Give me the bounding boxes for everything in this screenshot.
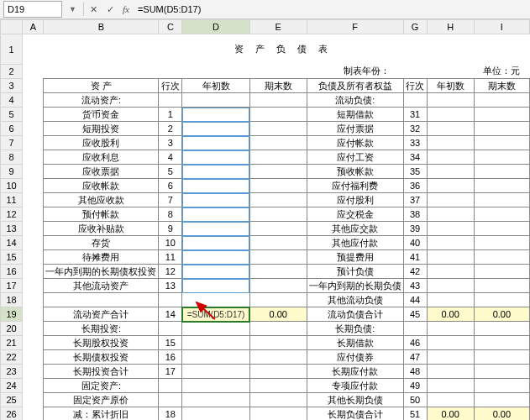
cell-B25[interactable]: 固定资产原价 <box>44 393 159 407</box>
cell-I20[interactable] <box>474 322 529 336</box>
cell-D12[interactable] <box>182 207 250 222</box>
cancel-formula-icon[interactable]: ✕ <box>87 4 101 15</box>
cell-D17[interactable] <box>182 279 250 293</box>
cell-B23[interactable]: 长期投资合计 <box>44 365 159 379</box>
col-G[interactable]: G <box>403 20 427 34</box>
cell-C14[interactable]: 10 <box>159 236 182 250</box>
cell-F13[interactable]: 其他应交款 <box>307 222 403 236</box>
cell-I23[interactable] <box>474 365 529 379</box>
cell-C4[interactable] <box>159 93 182 108</box>
row-25[interactable]: 25 <box>1 393 23 407</box>
cell-F10[interactable]: 应付福利费 <box>307 179 403 193</box>
name-box[interactable]: D19 <box>3 1 62 18</box>
cell-I7[interactable] <box>474 136 529 150</box>
col-B[interactable]: B <box>44 20 159 34</box>
row-5[interactable]: 5 <box>1 108 23 122</box>
row-2[interactable]: 2 <box>1 65 23 79</box>
cell-I21[interactable] <box>474 336 529 350</box>
cell-I16[interactable] <box>474 265 529 279</box>
cell-I24[interactable] <box>474 379 529 393</box>
cell-H14[interactable] <box>427 236 474 250</box>
cell-G8[interactable]: 34 <box>403 150 427 165</box>
cell-H8[interactable] <box>427 150 474 165</box>
cell-F11[interactable]: 应付股利 <box>307 193 403 207</box>
cell-G23[interactable]: 48 <box>403 365 427 379</box>
cell-C11[interactable]: 7 <box>159 193 182 207</box>
cell-F9[interactable]: 预收帐款 <box>307 165 403 179</box>
cell-F12[interactable]: 应交税金 <box>307 207 403 222</box>
formula-input[interactable] <box>134 3 530 15</box>
fx-icon[interactable]: fx <box>121 4 131 14</box>
cell-G13[interactable]: 39 <box>403 222 427 236</box>
cell-D7[interactable] <box>182 136 250 150</box>
cell-E6[interactable] <box>249 122 307 136</box>
cell-H26[interactable]: 0.00 <box>427 407 474 421</box>
cell-G18[interactable]: 44 <box>403 293 427 307</box>
cell-B10[interactable]: 应收帐款 <box>44 179 159 193</box>
cell-D26[interactable] <box>182 407 250 421</box>
cell-I9[interactable] <box>474 165 529 179</box>
row-11[interactable]: 11 <box>1 193 23 207</box>
cell-G21[interactable]: 46 <box>403 336 427 350</box>
cell-B14[interactable]: 存货 <box>44 236 159 250</box>
cell-E7[interactable] <box>249 136 307 150</box>
cell-I25[interactable] <box>474 393 529 407</box>
cell-F24[interactable]: 专项应付款 <box>307 379 403 393</box>
cell-B13[interactable]: 应收补贴款 <box>44 222 159 236</box>
cell-B8[interactable]: 应收利息 <box>44 150 159 165</box>
cell-G24[interactable]: 49 <box>403 379 427 393</box>
cell-B22[interactable]: 长期债权投资 <box>44 350 159 365</box>
cell-H16[interactable] <box>427 265 474 279</box>
cell-C5[interactable]: 1 <box>159 108 182 122</box>
cell-F18[interactable]: 其他流动负债 <box>307 293 403 307</box>
cell-H23[interactable] <box>427 365 474 379</box>
name-box-dropdown-icon[interactable]: ▼ <box>66 5 80 13</box>
cell-I8[interactable] <box>474 150 529 165</box>
cell-H4[interactable] <box>427 93 474 108</box>
row-21[interactable]: 21 <box>1 336 23 350</box>
cell-H7[interactable] <box>427 136 474 150</box>
cell-E14[interactable] <box>249 236 307 250</box>
cell-G25[interactable]: 50 <box>403 393 427 407</box>
cell-F15[interactable]: 预提费用 <box>307 250 403 265</box>
cell-I18[interactable] <box>474 293 529 307</box>
cell-I17[interactable] <box>474 279 529 293</box>
cell-G5[interactable]: 31 <box>403 108 427 122</box>
cell-G17[interactable]: 43 <box>403 279 427 293</box>
cell-C16[interactable]: 12 <box>159 265 182 279</box>
cell-H24[interactable] <box>427 379 474 393</box>
row-8[interactable]: 8 <box>1 150 23 165</box>
cell-C26[interactable]: 18 <box>159 407 182 421</box>
cell-C9[interactable]: 5 <box>159 165 182 179</box>
cell-H20[interactable] <box>427 322 474 336</box>
cell-B16[interactable]: 一年内到期的长期债权投资 <box>44 265 159 279</box>
cell-G6[interactable]: 32 <box>403 122 427 136</box>
row-7[interactable]: 7 <box>1 136 23 150</box>
cell-I13[interactable] <box>474 222 529 236</box>
cell-I10[interactable] <box>474 179 529 193</box>
row-4[interactable]: 4 <box>1 93 23 108</box>
cell-F19[interactable]: 流动负债合计 <box>307 307 403 322</box>
cell-E16[interactable] <box>249 265 307 279</box>
cell-F20[interactable]: 长期负债: <box>307 322 403 336</box>
row-6[interactable]: 6 <box>1 122 23 136</box>
cell-B4[interactable]: 流动资产: <box>44 93 159 108</box>
cell-D25[interactable] <box>182 393 250 407</box>
cell-B24[interactable]: 固定资产: <box>44 379 159 393</box>
cell-E13[interactable] <box>249 222 307 236</box>
cell-D14[interactable] <box>182 236 250 250</box>
cell-B17[interactable]: 其他流动资产 <box>44 279 159 293</box>
cell-F25[interactable]: 其他长期负债 <box>307 393 403 407</box>
col-F[interactable]: F <box>307 20 403 34</box>
row-17[interactable]: 17 <box>1 279 23 293</box>
cell-I19[interactable]: 0.00 <box>474 307 529 322</box>
cell-E23[interactable] <box>249 365 307 379</box>
cell-D4[interactable] <box>182 93 250 108</box>
cell-E11[interactable] <box>249 193 307 207</box>
cell-D6[interactable] <box>182 122 250 136</box>
cell-I15[interactable] <box>474 250 529 265</box>
cell-H25[interactable] <box>427 393 474 407</box>
cell-G11[interactable]: 37 <box>403 193 427 207</box>
cell-B26[interactable]: 减：累计折旧 <box>44 407 159 421</box>
cell-F26[interactable]: 长期负债合计 <box>307 407 403 421</box>
